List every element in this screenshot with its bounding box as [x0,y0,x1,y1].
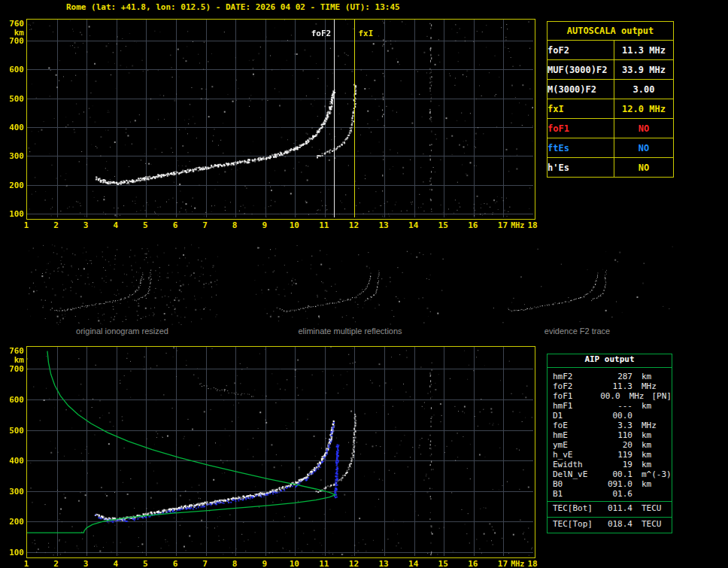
autoscala-row-fxi: fxI12.0 MHz [548,99,674,119]
bottom-x-tick: 16 [465,559,481,568]
bottom-y-tick: 500 [4,426,24,436]
aip-parameter-unit: km [642,372,651,381]
aip-row-d1: D100.0 [548,411,672,421]
aip-row-fof1: foF100.0MHz[PN] [548,391,672,401]
bottom-y-tick: 300 [4,487,24,497]
autoscala-title-row: AUTOSCALA output [548,22,674,41]
aip-parameter-unit: TECU [642,503,662,515]
top-y-tick: 200 [4,181,24,190]
aip-row-fof2: foF211.3MHz [548,381,672,391]
bottom-x-tick: 8 [226,559,243,568]
bottom-x-tick: 9 [256,559,273,568]
top-x-tick: 5 [137,220,153,230]
bottom-x-tick: 15 [435,559,451,568]
aip-parameter-value: 00.0 [593,391,620,401]
top-x-tick: 7 [197,220,214,230]
autoscala-parameter-value: 3.00 [614,80,674,99]
aip-parameter-unit: km [642,460,651,469]
bottom-x-tick: 4 [108,559,124,568]
top-x-tick: 16 [465,220,481,230]
bottom-y-tick: 400 [4,456,24,466]
aip-parameter-label: hmE [553,430,601,440]
bottom-y-tick: 100 [4,548,24,557]
autoscala-parameter-value: 11.3 MHz [614,41,674,60]
aip-parameter-label: ymE [553,440,601,450]
aip-parameter-unit: km [642,450,651,460]
marker-label-fxi: fxI [358,29,373,38]
aip-parameter-label: hmF1 [553,401,601,411]
aip-row-foe: foE3.3MHz [548,421,672,430]
aip-parameter-value: 110 [601,430,632,440]
aip-parameter-unit: m^(-3) [642,469,672,479]
aip-parameter-unit: km [642,401,651,411]
thumbnail-original-canvas [26,245,218,325]
autoscala-row-h-es: h'EsNO [548,158,674,178]
autoscala-parameter-label: foF1 [548,119,614,138]
autoscala-row-muf-3000-f2: MUF(3000)F233.9 MHz [548,60,674,80]
aip-parameter-label: foF2 [553,381,601,391]
aip-parameter-label: B1 [553,489,601,499]
aip-parameter-label: TEC[Bot] [553,503,601,515]
bottom-x-tick: 3 [77,559,94,568]
thumbnail-f2-trace-canvas [481,245,673,325]
aip-row-tec-top: TEC[Top]018.4TECU [548,517,672,530]
bottom-x-axis-unit: MHz [508,560,527,568]
aip-row-tec-bot: TEC[Bot]011.4TECU [548,501,672,515]
caption-original-ionogram: original ionogram resized [26,327,218,336]
bottom-x-tick: 6 [167,559,184,568]
top-x-tick: 10 [286,220,302,230]
bottom-x-tick: 5 [137,559,153,568]
top-x-tick: 8 [226,220,243,230]
aip-parameter-value: 011.4 [601,503,632,515]
autoscala-parameter-value: NO [614,158,674,178]
aip-parameter-unit: km [642,479,651,489]
autoscala-row-m-3000-f2: M(3000)F23.00 [548,80,674,99]
aip-parameter-unit: TECU [642,519,662,530]
top-x-tick: 11 [316,220,332,230]
autoscala-parameter-value: NO [614,119,674,138]
aip-parameter-label: h_vE [553,450,601,460]
bottom-x-tick: 2 [48,559,65,568]
aip-parameter-label: foF1 [553,391,593,401]
aip-panel-title: AIP output [548,354,672,368]
aip-parameter-unit: MHz [642,421,657,430]
autoscala-table-title: AUTOSCALA output [548,22,674,41]
top-x-tick: 3 [77,220,94,230]
aip-parameter-value: 287 [601,372,632,381]
autoscala-row-fof2: foF211.3 MHz [548,41,674,60]
bottom-x-tick: 7 [197,559,214,568]
aip-parameter-label: DelN_vE [553,469,601,479]
aip-parameter-value: 3.3 [601,421,632,430]
aip-row-hme: hmE110km [548,430,672,440]
aip-row-yme: ymE20km [548,440,672,450]
caption-eliminate-reflections: eliminate multiple reflections [254,327,446,336]
top-x-tick: 15 [435,220,451,230]
marker-label-fof2: foF2 [311,29,332,38]
bottom-x-tick: 13 [375,559,392,568]
autoscala-row-fof1: foF1NO [548,119,674,138]
aip-parameter-unit: MHz [629,391,645,401]
top-y-tick: 100 [4,209,24,219]
top-x-tick: 13 [375,220,392,230]
aip-row-deln-ve: DelN_vE00.1m^(-3) [548,469,672,479]
aip-parameter-unit: km [642,440,651,450]
autoscala-parameter-label: foF2 [548,41,614,60]
top-y-tick: 400 [4,123,24,132]
bottom-y-axis-unit: km [4,355,24,365]
top-x-tick: 12 [345,220,362,230]
bottom-y-tick: 700 [4,364,24,374]
aip-row-b1: B101.6 [548,489,672,499]
top-y-tick: 500 [4,94,24,104]
aip-parameter-unit: km [642,430,651,440]
top-x-tick: 6 [167,220,184,230]
aip-parameter-label: Ewidth [553,460,601,469]
top-y-tick: 600 [4,65,24,74]
aip-parameter-label: foE [553,421,601,430]
aip-parameter-value: 00.1 [601,469,632,479]
bottom-x-tick: 1 [18,559,35,568]
top-y-axis-unit: km [4,28,24,38]
aip-parameter-value: 018.4 [601,519,632,530]
aip-rows-container: hmF2287kmfoF211.3MHzfoF100.0MHz[PN]hmF1-… [548,368,672,533]
top-x-tick: 2 [48,220,65,230]
bottom-y-tick: 600 [4,395,24,405]
